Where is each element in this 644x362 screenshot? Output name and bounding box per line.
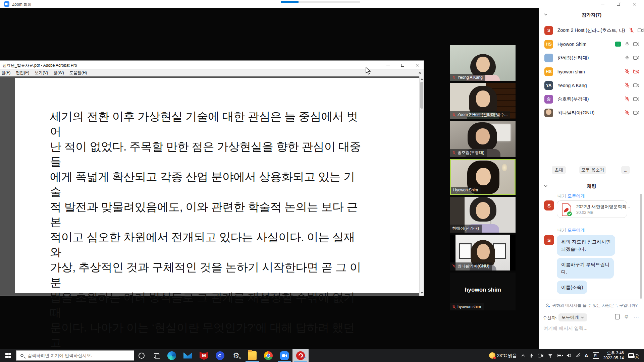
acrobat-minimize-button[interactable] (386, 63, 390, 67)
ime-korean-indicator[interactable]: 한 (593, 352, 599, 359)
tile-label: Yeong A Kang (450, 74, 485, 81)
tray-mic-button[interactable] (529, 353, 533, 358)
pdf-scroll-thumb[interactable] (420, 82, 423, 109)
video-tile-hyowon-shim-active[interactable]: Hyowon Shim (450, 159, 516, 195)
participant-row[interactable]: 최나탈리아(GNU) (539, 106, 644, 120)
windows-logo-icon (5, 353, 11, 358)
acrobat-maximize-button[interactable] (400, 63, 405, 67)
wifi-icon (548, 354, 553, 358)
edge-taskbar-button[interactable] (164, 349, 180, 362)
system-tray: 23°C 맑음 A 한 (489, 351, 644, 361)
scroll-down-icon[interactable] (421, 292, 423, 294)
weather-widget[interactable]: 23°C 맑음 (489, 352, 517, 359)
video-tile-zoom2host[interactable]: Zoom 2 Host (신라대 박수... (450, 83, 516, 119)
zoom-close-button[interactable] (632, 2, 637, 6)
scroll-up-icon[interactable] (421, 78, 423, 80)
tray-network-button[interactable] (548, 354, 553, 358)
weather-sun-icon (489, 352, 495, 359)
participant-row[interactable]: 한혜정(신라대) (539, 51, 644, 65)
notification-icon (628, 353, 634, 358)
tray-battery-button[interactable] (557, 354, 562, 357)
taskbar-clock[interactable]: 오후 3:46 2022-05-14 (603, 351, 624, 361)
mic-icon (625, 41, 630, 47)
chat-bubble: 이름바꾸기 부탁드립니 다. (557, 258, 614, 279)
avatar (544, 54, 553, 62)
top-progress-fill (281, 1, 299, 3)
invite-button[interactable]: 초대 (552, 166, 566, 174)
zoom-restore-button[interactable] (616, 2, 621, 6)
video-strip: Yeong A Kang Zoom 2 Host (신라대 박수... 송호림(… (450, 45, 516, 312)
document-area: 세기의 전환 이후 가상현실 기술에 대한 관심은 늘 중심에서 벗어 난 적이… (0, 76, 424, 296)
video-tile-hyowon-shim-novideo[interactable]: hyowon shim hyowon shim (450, 273, 516, 310)
start-button[interactable] (0, 349, 16, 362)
notification-center-button[interactable]: 6 (628, 353, 641, 358)
pdf-scrollbar[interactable] (419, 76, 424, 296)
participant-row[interactable]: HS Hyowon Shim ↑ (539, 37, 644, 51)
search-input[interactable] (27, 353, 121, 358)
to-everyone-label: 모두에게 (568, 193, 585, 198)
video-tile-yeong-a-kang[interactable]: Yeong A Kang (450, 45, 516, 81)
side-panel: 참가자(7) S Zoom 2 Host (신라... (호스트, 나) HS … (539, 8, 644, 349)
tile-label: 최나탈리아(GNU) (450, 262, 492, 270)
chrome-icon (264, 351, 273, 360)
camera-icon (633, 42, 639, 46)
document-close-icon[interactable] (418, 71, 421, 74)
chat-recipient-row: 수신자: 모두에게 ☺ ··· (539, 313, 644, 322)
chat-scroll-thumb[interactable] (640, 194, 642, 299)
participant-row[interactable]: YA Yeong A Kang (539, 78, 644, 92)
explorer-taskbar-button[interactable] (244, 349, 260, 362)
video-tile-choi-natalia[interactable]: 최나탈리아(GNU) (450, 235, 516, 270)
mic-muted-icon (625, 69, 630, 74)
mcafee-icon: M (200, 351, 208, 360)
emoji-icon[interactable]: ☺ (624, 314, 629, 319)
participant-row[interactable]: HS hyowon shim (539, 65, 644, 78)
video-tile-songhorim[interactable]: 송호림(부경대) (450, 121, 516, 157)
settings-taskbar-button[interactable]: ⚙ s (228, 349, 244, 362)
zoom-minimize-button[interactable] (600, 2, 605, 6)
menu-window[interactable]: 창(W) (53, 70, 64, 76)
acrobat-titlebar: 심효원_발표자료.pdf - Adobe Acrobat Pro (0, 61, 424, 69)
speaker-icon (567, 353, 572, 358)
tray-expand-button[interactable] (521, 354, 525, 357)
taskbar-search[interactable] (16, 350, 134, 361)
recipient-dropdown[interactable]: 모두에게 (558, 313, 587, 321)
participants-list: S Zoom 2 Host (신라... (호스트, 나) HS Hyowon … (539, 23, 644, 120)
ime-english-indicator[interactable]: A (585, 353, 588, 358)
mail-taskbar-button[interactable] (180, 349, 196, 362)
menu-edit[interactable]: 편집(E) (16, 70, 29, 76)
chat-more-icon[interactable]: ··· (634, 315, 639, 318)
chrome-taskbar-button[interactable] (260, 349, 276, 362)
participant-row[interactable]: S Zoom 2 Host (신라... (호스트, 나) (539, 23, 644, 37)
menu-help[interactable]: 도움말(H) (69, 70, 87, 76)
mic-muted-icon (452, 150, 456, 155)
tile-label: 송호림(부경대) (450, 149, 487, 157)
acrobat-close-button[interactable] (415, 63, 420, 67)
camera-icon (633, 97, 639, 101)
mute-all-button[interactable]: 모두 음소거 (579, 166, 606, 174)
mcafee-taskbar-button[interactable]: M (196, 349, 212, 362)
avatar: YA (544, 81, 553, 90)
cortana-button[interactable] (134, 349, 149, 362)
tile-label: Hyowon Shim (451, 187, 481, 194)
tray-volume-button[interactable] (567, 353, 572, 358)
chat-file-attachment[interactable]: 2022년 새한영어영문학회... 30.02 MB (557, 200, 627, 218)
task-view-button[interactable] (149, 349, 164, 362)
tray-pen-button[interactable] (576, 353, 580, 358)
search-app-taskbar-button[interactable] (212, 349, 228, 362)
mail-icon (183, 351, 192, 360)
zoom-window-titlebar: Zoom 회의 (0, 0, 644, 8)
menu-view[interactable]: 보기(V) (35, 70, 48, 76)
tray-camera-button[interactable] (538, 354, 543, 358)
tile-label: Zoom 2 Host (신라대 박수... (450, 111, 510, 119)
mic-icon (625, 55, 630, 61)
acrobat-taskbar-button-active[interactable]: ✂ (292, 349, 309, 362)
participants-more-button[interactable]: ... (621, 166, 630, 174)
attach-file-icon[interactable] (615, 314, 620, 319)
chat-message-input[interactable] (543, 325, 637, 331)
video-tile-hanhyejeong[interactable]: 한혜정(신라대) (450, 197, 516, 233)
menu-file[interactable]: 일(F) (1, 70, 10, 76)
mic-muted-icon (452, 264, 456, 268)
zoom-taskbar-button[interactable] (276, 349, 292, 362)
person-icon (546, 303, 550, 308)
participant-row[interactable]: 송 송호림(부경대) (539, 92, 644, 106)
